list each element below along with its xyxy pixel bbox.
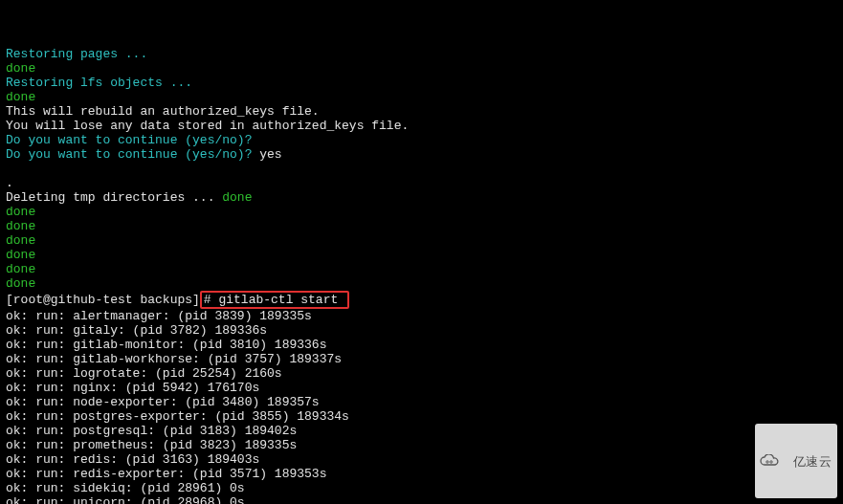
service-line: ok: run: postgresql: (pid 3183) 189402s: [6, 424, 297, 438]
cmd-gitlab-ctl-start: gitlab-ctl start: [211, 293, 345, 307]
service-line: ok: run: redis-exporter: (pid 3571) 1893…: [6, 467, 326, 481]
highlighted-command: # gitlab-ctl start: [200, 291, 349, 309]
service-line: ok: run: redis: (pid 3163) 189403s: [6, 452, 259, 467]
service-line: ok: run: gitlab-workhorse: (pid 3757) 18…: [6, 352, 342, 366]
line-done: done: [6, 219, 35, 233]
service-line: ok: run: nginx: (pid 5942) 176170s: [6, 381, 259, 395]
service-line: ok: run: alertmanager: (pid 3839) 189335…: [6, 309, 312, 323]
line-deleting-tmp: Deleting tmp directories ...: [6, 190, 222, 205]
svg-point-0: [766, 461, 768, 463]
terminal-output[interactable]: Restoring pages ... done Restoring lfs o…: [6, 47, 837, 504]
line-restoring-lfs: Restoring lfs objects ...: [6, 76, 192, 90]
line-done: done: [6, 61, 35, 76]
service-line: ok: run: postgres-exporter: (pid 3855) 1…: [6, 409, 349, 424]
line-done: done: [6, 233, 35, 248]
service-line: ok: run: prometheus: (pid 3823) 189335s: [6, 438, 297, 452]
line-rebuild-notice2: You will lose any data stored in authori…: [6, 119, 409, 133]
line-restoring-pages: Restoring pages ...: [6, 47, 147, 61]
watermark-badge: 亿速云: [755, 424, 837, 498]
line-rebuild-notice1: This will rebuild an authorized_keys fil…: [6, 104, 320, 119]
line-dot: .: [6, 176, 13, 190]
line-done: done: [6, 205, 35, 219]
line-done: done: [6, 90, 35, 104]
service-line: ok: run: node-exporter: (pid 3480) 18935…: [6, 395, 320, 409]
service-line: ok: run: sidekiq: (pid 28961) 0s: [6, 481, 245, 495]
line-done: done: [6, 248, 35, 262]
service-line: ok: run: gitaly: (pid 3782) 189336s: [6, 323, 267, 338]
service-line: ok: run: unicorn: (pid 28968) 0s: [6, 495, 245, 504]
line-done: done: [6, 276, 35, 291]
prompt-hash: #: [204, 293, 211, 307]
line-done: done: [6, 262, 35, 276]
watermark-text: 亿速云: [793, 454, 832, 469]
cloud-icon: [759, 426, 788, 496]
line-continue-q2: Do you want to continue (yes/no)?: [6, 147, 252, 162]
service-line: ok: run: logrotate: (pid 25254) 2160s: [6, 366, 282, 381]
line-continue-answer: yes: [252, 147, 281, 162]
line-done: done: [222, 190, 252, 205]
svg-point-1: [770, 461, 772, 463]
prompt-host: [root@github-test backups]: [6, 293, 200, 307]
service-line: ok: run: gitlab-monitor: (pid 3810) 1893…: [6, 338, 326, 352]
line-continue-q1: Do you want to continue (yes/no)?: [6, 133, 252, 147]
